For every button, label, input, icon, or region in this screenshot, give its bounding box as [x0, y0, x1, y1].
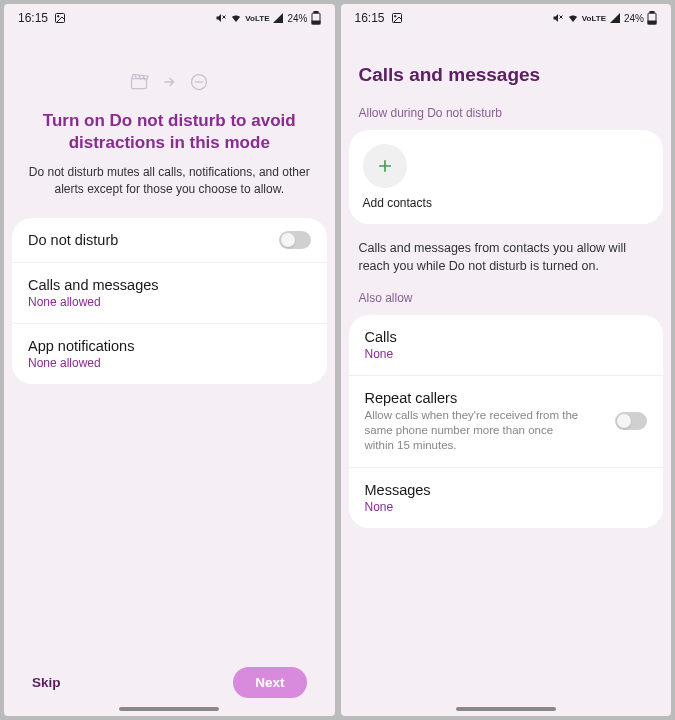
row-repeat-title: Repeat callers: [365, 390, 648, 406]
phone-screen-1: 16:15 VoLTE 24% Turn on Do not disturb t…: [4, 4, 335, 716]
nav-handle[interactable]: [119, 707, 219, 711]
plus-icon: [375, 156, 395, 176]
row-calls-sub: None allowed: [28, 295, 311, 309]
row-calls-title: Calls and messages: [28, 277, 311, 293]
svg-point-1: [58, 16, 60, 18]
add-contacts-card: Add contacts: [349, 130, 664, 224]
network-icon: VoLTE: [245, 14, 269, 23]
battery-icon: [647, 11, 657, 25]
hero-desc: Do not disturb mutes all calls, notifica…: [24, 164, 315, 198]
svg-rect-5: [314, 11, 318, 13]
settings-card: Do not disturb Calls and messages None a…: [12, 218, 327, 384]
dnd-circle-icon: [189, 72, 209, 92]
skip-button[interactable]: Skip: [32, 675, 61, 690]
statusbar: 16:15 VoLTE 24%: [4, 4, 335, 32]
image-icon: [391, 12, 403, 24]
row-dnd-title: Do not disturb: [28, 232, 311, 248]
page-title: Calls and messages: [341, 32, 672, 106]
mute-icon: [552, 12, 564, 24]
clapper-icon: [129, 72, 149, 92]
status-time: 16:15: [355, 11, 385, 25]
row-calls-messages[interactable]: Calls and messages None allowed: [12, 263, 327, 324]
battery-percent: 24%: [287, 13, 307, 24]
next-button[interactable]: Next: [233, 667, 306, 698]
arrow-right-icon: [161, 74, 177, 90]
statusbar: 16:15 VoLTE 24%: [341, 4, 672, 32]
row-repeat-desc: Allow calls when they're received from t…: [365, 408, 585, 453]
wifi-icon: [567, 12, 579, 24]
battery-icon: [311, 11, 321, 25]
network-icon: VoLTE: [582, 14, 606, 23]
battery-percent: 24%: [624, 13, 644, 24]
info-text: Calls and messages from contacts you all…: [341, 224, 672, 291]
row-messages-sub: None: [365, 500, 648, 514]
row-app-notifications[interactable]: App notifications None allowed: [12, 324, 327, 384]
row-calls[interactable]: Calls None: [349, 315, 664, 376]
hero-icons: [4, 72, 335, 92]
row-repeat-callers[interactable]: Repeat callers Allow calls when they're …: [349, 376, 664, 468]
svg-rect-6: [312, 21, 320, 24]
row-calls-title: Calls: [365, 329, 648, 345]
image-icon: [54, 12, 66, 24]
signal-icon: [272, 12, 284, 24]
row-messages[interactable]: Messages None: [349, 468, 664, 528]
hero-title: Turn on Do not disturb to avoid distract…: [28, 110, 311, 154]
svg-point-11: [394, 16, 396, 18]
repeat-toggle[interactable]: [615, 412, 647, 430]
nav-handle[interactable]: [456, 707, 556, 711]
wifi-icon: [230, 12, 242, 24]
add-contacts-label: Add contacts: [363, 196, 650, 210]
signal-icon: [609, 12, 621, 24]
allow-label: Allow during Do not disturb: [341, 106, 672, 130]
also-allow-label: Also allow: [341, 291, 672, 315]
row-dnd[interactable]: Do not disturb: [12, 218, 327, 263]
status-time: 16:15: [18, 11, 48, 25]
row-messages-title: Messages: [365, 482, 648, 498]
row-calls-sub: None: [365, 347, 648, 361]
row-apps-sub: None allowed: [28, 356, 311, 370]
row-apps-title: App notifications: [28, 338, 311, 354]
svg-rect-16: [648, 21, 656, 24]
add-contacts-button[interactable]: [363, 144, 407, 188]
also-allow-card: Calls None Repeat callers Allow calls wh…: [349, 315, 664, 528]
dnd-toggle[interactable]: [279, 231, 311, 249]
phone-screen-2: 16:15 VoLTE 24% Calls and messages Allow…: [341, 4, 672, 716]
mute-icon: [215, 12, 227, 24]
svg-rect-15: [650, 11, 654, 13]
